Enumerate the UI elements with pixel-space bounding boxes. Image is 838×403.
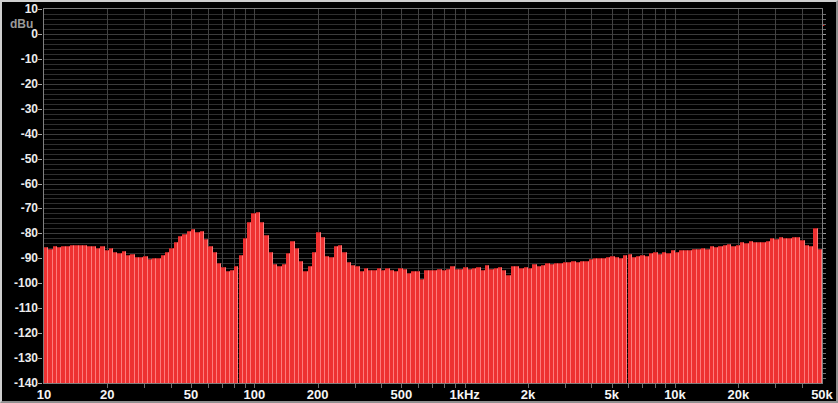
y-axis-tick [38, 383, 42, 384]
right-axis-tick [823, 248, 826, 249]
right-axis-tick [823, 69, 826, 70]
y-tick-label: -100 [2, 276, 38, 290]
y-axis-tick [38, 283, 42, 284]
right-axis-tick [823, 94, 826, 95]
x-tick-label: 50 [156, 387, 226, 403]
right-axis-tick [823, 198, 826, 199]
right-axis-tick [823, 139, 826, 140]
right-axis-tick [823, 194, 826, 195]
x-tick-label: 20k [703, 387, 773, 403]
y-axis-tick [38, 333, 42, 334]
right-axis-tick [823, 154, 826, 155]
y-tick-label: -110 [2, 301, 38, 315]
right-axis-tick [823, 19, 826, 20]
x-axis-tick [171, 384, 172, 388]
x-axis-tick [254, 384, 255, 388]
right-axis-tick [823, 228, 826, 229]
truerta-window: dBu TrueRTA 100-10-20-30-40-50-60-70-80-… [0, 0, 838, 403]
right-axis-tick [823, 263, 826, 264]
right-axis-tick [823, 368, 826, 369]
y-axis-tick [38, 308, 42, 309]
right-axis-tick [823, 378, 826, 379]
right-axis-tick [823, 129, 826, 130]
x-axis-tick [208, 384, 209, 388]
y-tick-label: -50 [2, 152, 38, 166]
spectrum-layer [44, 9, 822, 383]
y-axis-tick [38, 258, 42, 259]
y-tick-label: -70 [2, 201, 38, 215]
plot-area [43, 8, 823, 384]
spectrum-bar [818, 249, 822, 383]
right-axis-tick [823, 313, 826, 314]
x-axis-tick [565, 384, 566, 388]
y-axis-tick [38, 184, 42, 185]
right-axis-tick [823, 164, 826, 165]
x-axis-tick [628, 384, 629, 388]
x-tick-label: 500 [366, 387, 436, 403]
x-axis-tick [432, 384, 433, 388]
right-axis-tick [823, 54, 826, 55]
right-axis-tick [823, 29, 826, 30]
y-tick-label: -130 [2, 351, 38, 365]
right-axis-tick [823, 218, 826, 219]
right-axis-tick [823, 44, 826, 45]
right-axis-tick [823, 363, 826, 364]
right-axis-tick [823, 114, 826, 115]
right-axis-tick [823, 24, 826, 25]
x-tick-label: 100 [219, 387, 289, 403]
right-axis-tick [823, 59, 826, 60]
right-axis-tick [823, 74, 826, 75]
x-axis-tick [418, 384, 419, 388]
y-tick-label: -80 [2, 226, 38, 240]
right-axis-tick [823, 169, 826, 170]
x-axis-tick [465, 384, 466, 388]
right-axis-tick [823, 323, 826, 324]
x-axis-tick [444, 384, 445, 388]
right-axis-tick [823, 84, 826, 85]
x-tick-label: 20 [72, 387, 142, 403]
right-axis-tick [823, 203, 826, 204]
right-axis-tick [823, 89, 826, 90]
right-axis-tick [823, 243, 826, 244]
y-axis-tick [38, 159, 42, 160]
x-axis-tick [245, 384, 246, 388]
x-axis-tick [401, 384, 402, 388]
right-axis-tick [823, 104, 826, 105]
x-axis-tick [642, 384, 643, 388]
right-axis-tick [823, 318, 826, 319]
right-axis-tick [823, 303, 826, 304]
x-tick-label: 200 [283, 387, 353, 403]
x-axis-tick [738, 384, 739, 388]
right-axis-tick [823, 64, 826, 65]
right-axis-tick [823, 134, 826, 135]
x-axis-tick [318, 384, 319, 388]
y-axis-tick [38, 59, 42, 60]
x-axis-tick [665, 384, 666, 388]
right-axis-tick [823, 283, 826, 284]
right-axis-tick [823, 253, 826, 254]
right-axis-tick [823, 328, 826, 329]
right-axis-tick [823, 268, 826, 269]
right-axis-tick [823, 189, 826, 190]
x-tick-label: 10k [640, 387, 710, 403]
y-axis-tick [38, 34, 42, 35]
right-axis-tick [823, 373, 826, 374]
x-tick-label: 10 [9, 387, 79, 403]
x-axis-tick [222, 384, 223, 388]
y-axis-tick [38, 9, 42, 10]
right-axis-tick [823, 179, 826, 180]
x-axis-tick [355, 384, 356, 388]
x-axis-tick [675, 384, 676, 388]
x-axis-tick [591, 384, 592, 388]
right-axis-tick [823, 208, 826, 209]
right-axis-tick [823, 298, 826, 299]
x-axis-tick [612, 384, 613, 388]
y-tick-label: -40 [2, 127, 38, 141]
right-axis-tick [823, 333, 826, 334]
x-axis-tick [234, 384, 235, 388]
right-axis-tick [823, 273, 826, 274]
right-axis-tick [823, 174, 826, 175]
right-axis-tick [823, 79, 826, 80]
y-axis-tick [38, 134, 42, 135]
x-axis-tick [107, 384, 108, 388]
